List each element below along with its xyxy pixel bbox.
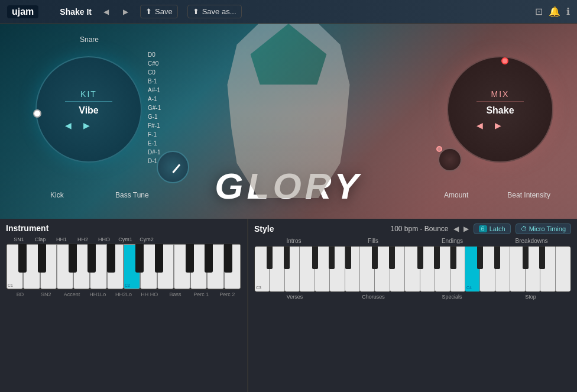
top-bar: ujam Shake It ◀ ▶ ⬆ Save ⬆ Save as... ⊡ …	[0, 0, 577, 24]
style-header: Style 100 bpm - Bounce ◀ ▶ 6 Latch ⏱ Mic…	[254, 223, 571, 234]
preset-prev-arrow[interactable]: ◀	[101, 7, 111, 17]
sk-black-10[interactable]	[450, 247, 456, 269]
drum-label-sn1: SN1	[8, 237, 30, 242]
save-button[interactable]: ⬆ Save	[140, 5, 178, 18]
shake-label: Shake	[476, 105, 524, 116]
right-panel: Mix Shake ◀ ▶ Amount Beat Intensity	[411, 33, 565, 204]
style-panel: Style 100 bpm - Bounce ◀ ▶ 6 Latch ⏱ Mic…	[248, 219, 577, 392]
drum-label-cym2: Cym2	[136, 237, 157, 242]
micro-timing-button[interactable]: ⏱ Micro Timing	[516, 223, 571, 234]
note-label-c2: C2	[125, 283, 130, 287]
style-cat-intros: Intros	[254, 238, 333, 244]
instrument-keyboard[interactable]: C1 C2	[6, 244, 241, 290]
sk-black-9[interactable]	[434, 247, 440, 269]
top-icons: ⊡ 🔔 ℹ	[535, 6, 570, 17]
kb-label-sn2: SN2	[33, 291, 59, 297]
drum-labels-top: SN1 Clap HH1 HH2 HHO Cym1 Cym2	[6, 237, 241, 242]
vibe-prev-arrow[interactable]: ◀	[65, 121, 72, 130]
sbl-stop: Stop	[491, 294, 570, 300]
sk-black-5[interactable]	[345, 247, 351, 269]
sk-black-6[interactable]	[372, 247, 378, 269]
sk-black-7[interactable]	[389, 247, 395, 269]
sk-black-1[interactable]	[267, 247, 273, 269]
drum-label-hh1: HH1	[51, 237, 72, 242]
sk-black-13[interactable]	[523, 247, 529, 269]
kick-label: Kick	[50, 191, 64, 199]
left-panel: Snare Kit Vibe ◀ ▶ Kick Bass Tune D0 C#0…	[12, 33, 201, 204]
black-key-10[interactable]	[224, 244, 232, 273]
shake-prev-arrow[interactable]: ◀	[476, 121, 483, 130]
sk-white-21[interactable]	[556, 247, 570, 291]
style-category-labels: Intros Fills Endings Breakdowns	[254, 238, 571, 244]
tuning-display: D0 C#0 C0 B-1 A#-1 A-1 G#-1 G-1 F#-1 F-1…	[148, 50, 161, 166]
drum-label-hho: HHO	[93, 237, 115, 242]
black-key-5[interactable]	[107, 244, 115, 273]
latch-label: Latch	[490, 225, 505, 232]
style-cat-endings: Endings	[413, 238, 492, 244]
bpm-display: 100 bpm - Bounce	[390, 225, 448, 233]
beat-intensity-label: Beat Intensity	[507, 191, 550, 199]
style-title: Style	[254, 224, 274, 234]
shake-next-arrow[interactable]: ▶	[495, 121, 501, 130]
drum-label-hh2: HH2	[72, 237, 93, 242]
mix-label: Mix	[476, 89, 524, 102]
bell-icon[interactable]: 🔔	[549, 6, 560, 17]
black-key-2[interactable]	[38, 244, 46, 273]
keyboard-bottom-labels: BD SN2 Accent HH1Lo HH2Lo HH HO Bass Per…	[6, 291, 241, 297]
style-cat-fills: Fills	[333, 238, 413, 244]
kb-label-hh2lo: HH2Lo	[111, 291, 137, 297]
vibe-next-arrow[interactable]: ▶	[83, 121, 90, 130]
sk-black-11[interactable]	[477, 247, 483, 269]
latch-button[interactable]: 6 Latch	[474, 223, 511, 234]
note-label-c1: C1	[8, 283, 13, 287]
bpm-next-arrow[interactable]: ▶	[463, 225, 469, 233]
dial-indicator-dot	[33, 109, 41, 118]
amount-knob[interactable]	[438, 148, 462, 171]
black-key-1[interactable]	[18, 244, 27, 273]
kb-label-bass: Bass	[163, 291, 189, 297]
black-key-4[interactable]	[87, 244, 96, 273]
style-cat-breakdowns: Breakdowns	[492, 238, 571, 244]
sbl-specials: Specials	[413, 294, 491, 300]
black-key-9[interactable]	[205, 244, 213, 273]
style-bottom-labels: Verses Choruses Specials Stop	[254, 294, 571, 300]
preset-next-arrow[interactable]: ▶	[121, 7, 131, 17]
save-icon: ⬆	[145, 7, 152, 16]
sk-black-2[interactable]	[284, 247, 290, 269]
black-key-7[interactable]	[155, 244, 163, 273]
sk-black-12[interactable]	[494, 247, 500, 269]
sk-black-8[interactable]	[417, 247, 423, 269]
style-keyboard[interactable]: C3 C4	[254, 246, 571, 292]
sk-note-c4: C4	[466, 286, 472, 290]
black-key-8[interactable]	[186, 244, 194, 273]
mix-shake-dial[interactable]: Mix Shake ◀ ▶	[447, 56, 553, 163]
save-as-icon: ⬆	[193, 7, 199, 16]
micro-timing-icon: ⏱	[521, 225, 527, 232]
sk-black-3[interactable]	[312, 247, 318, 269]
beat-intensity-dot	[501, 57, 508, 64]
bpm-prev-arrow[interactable]: ◀	[453, 225, 459, 233]
screen-icon[interactable]: ⊡	[535, 6, 543, 17]
kb-label-hh1lo: HH1Lo	[85, 291, 111, 297]
black-key-6[interactable]	[135, 244, 144, 273]
drum-label-cym1: Cym1	[115, 237, 136, 242]
kb-label-perc1: Perc 1	[188, 291, 214, 297]
snare-label: Snare	[80, 35, 99, 44]
kb-label-bd: BD	[7, 291, 33, 297]
instrument-title: Instrument	[6, 223, 241, 233]
sk-black-14[interactable]	[539, 247, 545, 269]
kb-label-perc2: Perc 2	[214, 291, 240, 297]
bass-tune-dial[interactable]	[157, 151, 189, 183]
drum-label-clap: Clap	[30, 237, 51, 242]
instrument-panel: Instrument SN1 Clap HH1 HH2 HHO Cym1 Cym…	[0, 219, 248, 392]
sk-note-c3: C3	[256, 286, 261, 290]
save-as-button[interactable]: ⬆ Save as...	[187, 5, 242, 18]
black-key-3[interactable]	[69, 244, 77, 273]
info-icon[interactable]: ℹ	[566, 6, 570, 17]
kb-label-hhho: HH HO	[137, 291, 163, 297]
sk-black-4[interactable]	[329, 247, 335, 269]
latch-number: 6	[479, 225, 487, 232]
kit-vibe-dial[interactable]: Kit Vibe ◀ ▶	[35, 56, 142, 163]
hero-section: Snare Kit Vibe ◀ ▶ Kick Bass Tune D0 C#0…	[0, 24, 577, 219]
preset-name: Shake It	[60, 7, 92, 17]
